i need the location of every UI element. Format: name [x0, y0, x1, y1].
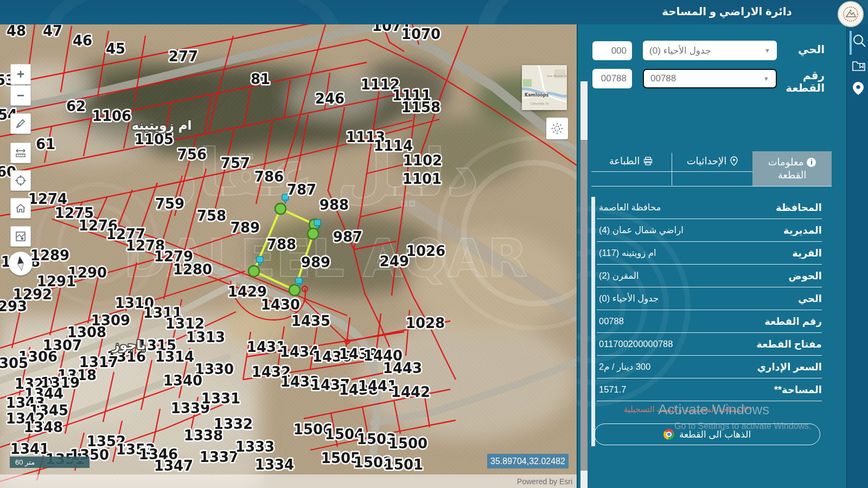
home-button[interactable] — [10, 198, 31, 219]
overview-inset-map[interactable]: Sun Rivers Golf Resort Kamloops Columbia… — [522, 65, 567, 110]
parcel-label-1158: 1158 — [401, 99, 441, 115]
parcel-label-786: 786 — [254, 169, 284, 185]
row-value: 300 دينار / م2 — [597, 362, 752, 372]
row-label: مفتاح القطعة — [752, 338, 822, 350]
measure-icon — [15, 147, 27, 158]
row-label: المساحة** — [752, 384, 822, 396]
svg-text:Kamloops: Kamloops — [525, 93, 548, 98]
activate-windows-hint: Go to Settings to activate Windows. — [674, 421, 812, 431]
table-accent-bar — [591, 197, 595, 446]
parcel-label-46: 46 — [73, 33, 92, 49]
location-tool-button[interactable] — [852, 81, 864, 98]
info-icon: i — [807, 158, 816, 167]
row-label: الحوض — [752, 270, 822, 282]
tab-coordinates[interactable]: الإحداثيات — [677, 155, 748, 167]
table-row: رقم القطعة 00788 — [597, 310, 822, 333]
svg-text:Sun Rivers Golf Resort: Sun Rivers Golf Resort — [547, 74, 567, 78]
parcel-label-1028: 1028 — [406, 315, 445, 331]
chrome-icon — [663, 429, 674, 440]
area-label: ياجوز — [112, 338, 146, 352]
parcel-label-988: 988 — [320, 197, 349, 213]
attribution-text: Powered by Esri — [517, 477, 572, 486]
row-value: ام زويتينه (117) — [597, 248, 752, 258]
sun-icon — [551, 122, 564, 135]
tab-underline — [591, 171, 752, 172]
row-value: 00788 — [597, 316, 752, 326]
parcel-label-1334: 1334 — [255, 457, 294, 473]
row-label: رقم القطعة — [752, 316, 822, 328]
app-title: دائرة الاراضي و المساحة — [662, 5, 825, 18]
search-tool-button[interactable] — [852, 34, 866, 50]
parcel-code-value: 00788 — [601, 73, 627, 84]
district-code-value: 000 — [611, 46, 627, 56]
parcel-label-757: 757 — [221, 155, 250, 171]
parcel-label-1337: 1337 — [200, 449, 239, 465]
parcel-label-789: 789 — [231, 220, 260, 236]
layers-tool-button[interactable] — [852, 60, 865, 74]
parcel-select[interactable]: ▼ 00788 — [643, 69, 777, 88]
department-logo — [838, 1, 864, 27]
parcel-label-1435: 1435 — [291, 313, 330, 329]
parcel-label-1105: 1105 — [135, 131, 174, 147]
parcel-label-788: 788 — [267, 236, 296, 253]
row-label: القرية — [752, 247, 822, 259]
logo-emblem-icon — [843, 6, 859, 22]
parcel-label-1070: 1070 — [401, 26, 441, 42]
locate-button[interactable] — [10, 170, 31, 191]
row-label: المديرية — [752, 224, 822, 236]
parcel-label-1314: 1314 — [155, 349, 194, 365]
active-tool-indicator — [850, 31, 852, 55]
parcel-label-1106: 1106 — [92, 108, 131, 124]
parcel-label-1500: 1500 — [388, 435, 427, 452]
parcel-label-47: 47 — [43, 24, 62, 39]
table-row: المديرية اراضي شمال عمان (4) — [597, 219, 822, 242]
parcel-label-1443: 1443 — [383, 360, 422, 376]
folder-bookmark-icon — [852, 60, 865, 72]
pencil-icon — [15, 118, 26, 129]
tab-info-line1: معلومات — [768, 156, 804, 168]
measure-button[interactable] — [10, 143, 31, 163]
basemap-button[interactable] — [10, 226, 31, 247]
brightness-button[interactable] — [546, 118, 568, 139]
compass-needle-icon — [14, 255, 28, 272]
map-canvas[interactable]: دليل عقار DALEEL AQAR — [0, 24, 577, 488]
basemap-icon — [15, 230, 27, 242]
zoom-in-button[interactable]: + — [10, 64, 31, 85]
parcel-label-758: 758 — [197, 208, 226, 224]
pin-icon — [730, 156, 738, 166]
district-code-input[interactable]: 000 — [592, 41, 632, 60]
tab-parcel-info[interactable]: i معلومات القطعة — [752, 151, 832, 186]
coordinates-text: 35.89704,32.02482 — [490, 457, 565, 466]
tab-coordinates-label: الإحداثيات — [687, 155, 727, 167]
parcel-label-1347: 1347 — [154, 458, 193, 474]
compass-button[interactable] — [9, 252, 33, 275]
parcel-label-1101: 1101 — [403, 171, 442, 187]
parcel-label-62: 62 — [66, 98, 86, 114]
table-row: الحوض المقرن (2) — [597, 265, 822, 287]
parcel-info-table: المحافظة محافظة العاصمة المديرية اراضي ش… — [597, 196, 822, 401]
parcel-label-1348: 1348 — [24, 419, 63, 435]
parcel-label-1293: 1293 — [0, 298, 27, 314]
district-select[interactable]: ▼ جدول الأحياء (0) — [643, 41, 777, 60]
parcel-label-756: 756 — [177, 146, 207, 163]
tab-print-label: الطباعة — [609, 155, 640, 167]
panel-scrollbar-thumb[interactable] — [580, 140, 588, 471]
row-value: 011700200000788 — [597, 339, 752, 349]
parcel-label-61: 61 — [36, 136, 55, 152]
home-icon — [15, 203, 27, 214]
parcel-label-759: 759 — [155, 196, 184, 212]
zoom-out-button[interactable]: − — [10, 85, 31, 106]
row-value: جدول الأحياء (0) — [597, 293, 752, 304]
tab-print[interactable]: الطباعة — [601, 155, 661, 167]
parcel-label-81: 81 — [251, 71, 270, 87]
district-label: الحي — [778, 43, 825, 56]
draw-button[interactable] — [10, 113, 31, 134]
row-value: المقرن (2) — [597, 271, 752, 281]
district-select-value: جدول الأحياء (0) — [649, 45, 711, 56]
parcel-label-1501: 1501 — [384, 457, 423, 473]
parcel-label-1341: 1341 — [10, 441, 49, 457]
parcel-label-1331: 1331 — [201, 390, 240, 407]
parcel-code-input[interactable]: 00788 — [592, 69, 632, 88]
scale-bar: 60 متر — [10, 457, 90, 468]
tab-bottom-line — [591, 186, 832, 187]
